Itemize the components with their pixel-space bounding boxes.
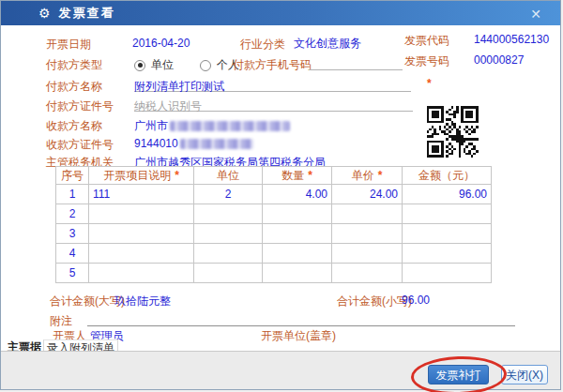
dialog-content: 开票日期 2016-04-20 行业分类 文化创意服务 发票代码 1440005…: [1, 25, 560, 351]
payer-name-required-mark: *: [427, 77, 432, 90]
cell-desc: [89, 224, 194, 244]
col-header-price: 单价*: [332, 167, 403, 185]
invoice-number-label: 发票号码: [404, 53, 449, 69]
cell-no: 4: [56, 244, 89, 264]
cell-amount: [403, 224, 492, 244]
cell-price: [332, 244, 403, 264]
payer-type-radio-group: 单位 个人: [134, 57, 239, 73]
items-table: 序号 开票项目说明* 单位 数量* 单价* 金额（元） 111124.0024.…: [55, 166, 492, 283]
gear-icon: ⚙: [38, 7, 51, 20]
invoice-code-value: 144000562130: [474, 33, 549, 46]
cell-desc: [89, 244, 194, 264]
table-row: 2: [56, 204, 492, 224]
payer-id-placeholder: 纳税人识别号: [134, 98, 202, 114]
radio-unit[interactable]: [134, 60, 145, 71]
cell-no: 2: [56, 204, 89, 224]
table-row: 3: [56, 224, 492, 244]
title-bar: ⚙ 发票查看 ✕: [1, 1, 560, 25]
payer-type-label: 付款方类型: [46, 57, 102, 73]
cell-unit: [194, 244, 263, 264]
cell-unit: [194, 264, 263, 283]
total-words-value: 玖拾陆元整: [114, 294, 171, 309]
col-header-qty: 数量*: [263, 167, 332, 185]
close-icon[interactable]: ✕: [526, 5, 545, 23]
cell-desc: 111: [89, 185, 194, 204]
table-row: 111124.0024.0096.00: [56, 185, 492, 204]
dialog-title: 发票查看: [59, 5, 115, 22]
radio-unit-label: 单位: [151, 57, 174, 73]
payer-mobile-input[interactable]: [309, 57, 403, 70]
cell-unit: [194, 204, 263, 224]
invoice-date-label: 开票日期: [46, 37, 91, 53]
total-words-label: 合计金额(大写): [50, 294, 125, 309]
cell-price: [332, 204, 403, 224]
payee-id-label: 收款方证件号: [46, 137, 114, 153]
cell-qty: [263, 244, 332, 264]
payer-mobile-label: 付款方手机号码: [233, 57, 312, 73]
invoice-date-value: 2016-04-20: [132, 37, 190, 50]
notes-input[interactable]: [87, 312, 515, 326]
cell-no: 1: [56, 185, 89, 204]
cell-amount: [403, 244, 492, 264]
total-figures-label: 合计金额(小写): [337, 294, 412, 309]
cell-desc: [89, 264, 194, 283]
notes-label: 附注: [50, 313, 72, 329]
close-button[interactable]: 关闭(X): [501, 365, 548, 384]
cell-amount: 96.00: [403, 185, 492, 204]
industry-value: 文化创意服务: [294, 36, 361, 52]
redacted-text: [180, 139, 253, 149]
cell-price: [332, 264, 403, 283]
qr-code: [425, 106, 479, 158]
invoice-number-value: 00000827: [474, 53, 524, 67]
invoice-code-label: 发票代码: [404, 33, 449, 49]
cell-qty: [263, 264, 332, 283]
reprint-invoice-button[interactable]: 发票补打: [428, 365, 489, 384]
payer-name-value: 附列清单打印测试: [134, 79, 224, 95]
cell-amount: [403, 204, 492, 224]
table-header-row: 序号 开票项目说明* 单位 数量* 单价* 金额（元）: [56, 167, 492, 185]
invoice-view-dialog: ⚙ 发票查看 ✕ 开票日期 2016-04-20 行业分类 文化创意服务 发票代…: [0, 0, 561, 390]
payee-name-label: 收款方名称: [46, 118, 102, 134]
col-header-unit: 单位: [194, 167, 263, 185]
cell-unit: 2: [194, 185, 263, 204]
cell-qty: [263, 224, 332, 244]
cell-no: 5: [56, 264, 89, 283]
redacted-text: [170, 121, 290, 131]
cell-no: 3: [56, 224, 89, 244]
col-header-desc: 开票项目说明*: [89, 167, 194, 185]
table-row: 4: [56, 244, 492, 264]
issuing-unit-label: 开票单位(盖章): [261, 328, 336, 344]
cell-amount: [403, 264, 492, 283]
cell-qty: [263, 204, 332, 224]
col-header-amount: 金额（元）: [403, 167, 492, 185]
table-row: 5: [56, 264, 492, 283]
total-figures-value: 96.00: [402, 294, 430, 307]
col-header-no: 序号: [56, 167, 89, 185]
payer-name-label: 付款方名称: [46, 79, 102, 95]
radio-individual[interactable]: [200, 60, 211, 71]
cell-unit: [194, 224, 263, 244]
cell-price: [332, 224, 403, 244]
cell-desc: [89, 204, 194, 224]
cell-qty: 4.00: [263, 185, 332, 204]
items-table-body: 111124.0024.0096.002345: [56, 185, 492, 283]
cell-price: 24.00: [332, 185, 403, 204]
payer-id-label: 付款方证件号: [46, 98, 114, 114]
payee-id-value: 9144010: [134, 137, 253, 150]
payee-name-value: 广州市: [134, 118, 290, 134]
industry-label: 行业分类: [240, 37, 285, 53]
